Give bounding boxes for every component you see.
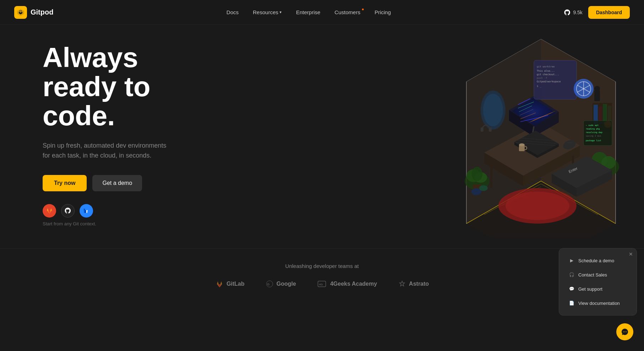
popup-view-docs[interactable]: 📄 View documentation	[565, 297, 631, 309]
github-logo	[64, 207, 72, 215]
chat-icon: 💬	[568, 286, 575, 292]
get-support-label: Get support	[578, 286, 602, 292]
svg-text:git worktree: git worktree	[537, 65, 555, 68]
svg-text:resolving dep: resolving dep	[586, 131, 602, 134]
popup-get-support[interactable]: 💬 Get support	[565, 283, 631, 295]
git-icons	[43, 204, 227, 218]
chat-bubble-button[interactable]	[616, 323, 633, 340]
nav-logo[interactable]: Gitpod	[14, 6, 53, 19]
hero-illustration: git worktree This also... git checkout..…	[431, 18, 644, 238]
svg-rect-81	[489, 127, 492, 132]
google-company-icon: G	[266, 280, 274, 288]
astrato-company-icon	[398, 280, 406, 288]
dashboard-button[interactable]: Dashboard	[588, 6, 630, 19]
svg-point-41	[483, 94, 503, 126]
github-icon	[564, 9, 571, 16]
bitbucket-icon	[80, 204, 93, 218]
gitlab-icon	[43, 204, 56, 218]
gitlab-company-icon	[215, 280, 224, 288]
svg-point-60	[594, 86, 600, 92]
play-icon: ▶	[568, 257, 575, 264]
svg-text:git checkout...: git checkout...	[537, 73, 559, 76]
schedule-demo-label: Schedule a demo	[578, 258, 614, 263]
company-4geeks: 4G 4Geeks Academy	[317, 280, 377, 288]
svg-point-79	[505, 192, 569, 220]
nav-right: 9.5k Dashboard	[564, 6, 630, 19]
get-demo-button[interactable]: Get a demo	[92, 175, 142, 191]
company-logos: GitLab G Google 4G 4Geeks Academy Astrat…	[0, 280, 644, 288]
svg-rect-59	[594, 91, 600, 101]
svg-text:reading pkg: reading pkg	[586, 127, 600, 130]
github-stars-count: 9.5k	[573, 10, 582, 15]
nav-link-customers[interactable]: Customers	[329, 7, 366, 17]
contact-sales-label: Contact Sales	[578, 272, 607, 278]
navbar: Gitpod Docs Resources Enterprise Custome…	[0, 0, 644, 25]
gitpod-logo-icon	[14, 6, 27, 19]
hero-title: Always ready to code.	[43, 43, 227, 131]
popup-close-button[interactable]: ✕	[629, 251, 633, 257]
svg-text:~ sudo apt: ~ sudo apt	[586, 124, 599, 127]
svg-point-66	[472, 167, 482, 181]
svg-rect-80	[481, 127, 483, 132]
svg-text:Gitpod/workspace: Gitpod/workspace	[537, 80, 561, 83]
svg-text:$ _: $ _	[537, 85, 541, 88]
nav-links: Docs Resources Enterprise Customers Pric…	[221, 7, 397, 17]
svg-text:package list: package list	[586, 139, 601, 142]
4geeks-company-icon: 4G	[317, 280, 327, 288]
nav-link-docs[interactable]: Docs	[221, 7, 244, 17]
hero-left: Always ready to code. Spin up fresh, aut…	[43, 43, 227, 226]
bitbucket-logo	[82, 207, 90, 215]
company-astrato: Astrato	[398, 280, 429, 288]
unleashing-text: Unleashing developer teams at	[0, 263, 644, 269]
company-google: G Google	[266, 280, 296, 288]
svg-text:G: G	[267, 283, 270, 286]
hero-buttons: Try now Get a demo	[43, 175, 227, 191]
hero-scene-svg: git worktree This also... git checkout..…	[431, 18, 644, 238]
svg-text:This also...: This also...	[537, 70, 555, 72]
try-now-button[interactable]: Try now	[43, 175, 87, 191]
svg-text:saving 2 min: saving 2 min	[586, 135, 601, 137]
hero-subtitle: Spin up fresh, automated dev environment…	[43, 141, 227, 161]
svg-text:push -f: push -f	[537, 77, 547, 79]
popup-schedule-demo[interactable]: ▶ Schedule a demo	[565, 254, 631, 267]
svg-point-83	[519, 143, 525, 146]
svg-point-69	[479, 185, 488, 191]
popup-contact-sales[interactable]: 🎧 Contact Sales	[565, 268, 631, 281]
git-context-text: Start from any Git context.	[43, 221, 227, 226]
customers-dot	[362, 9, 364, 10]
view-docs-label: View documentation	[578, 301, 620, 306]
document-icon: 📄	[568, 300, 575, 306]
chat-bubble-icon	[621, 328, 629, 336]
hero-section: Always ready to code. Spin up fresh, aut…	[0, 0, 644, 248]
bottom-section: Unleashing developer teams at GitLab G G…	[0, 248, 644, 299]
company-gitlab: GitLab	[215, 280, 245, 288]
nav-link-enterprise[interactable]: Enterprise	[290, 7, 326, 17]
svg-text:4G: 4G	[319, 283, 323, 286]
nav-link-resources[interactable]: Resources	[247, 7, 288, 17]
github-git-icon	[61, 204, 75, 218]
nav-logo-text: Gitpod	[31, 8, 53, 16]
gitlab-logo	[45, 207, 53, 215]
popup-widget: ✕ ▶ Schedule a demo 🎧 Contact Sales 💬 Ge…	[559, 248, 637, 316]
headphones-icon: 🎧	[568, 272, 575, 278]
github-stars-link[interactable]: 9.5k	[564, 9, 582, 16]
nav-link-pricing[interactable]: Pricing	[369, 7, 396, 17]
